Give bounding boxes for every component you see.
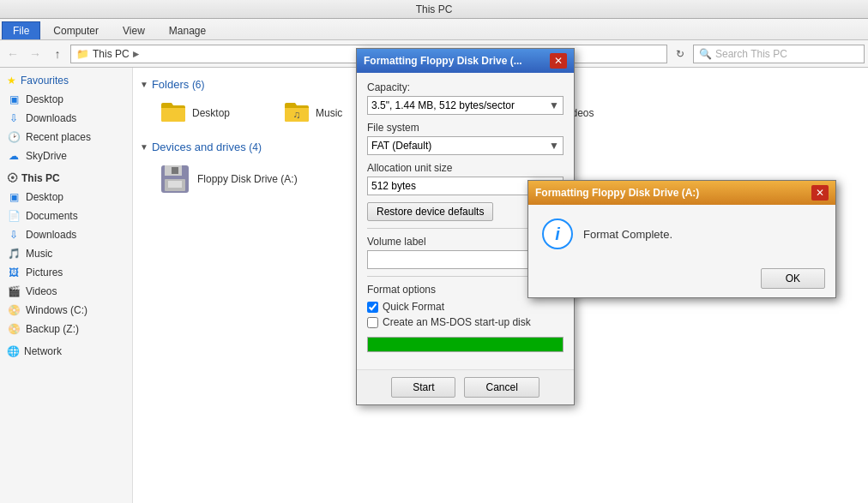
complete-dialog: Formatting Floppy Disk Drive (A:) ✕ i Fo…	[527, 180, 836, 298]
quick-format-checkbox[interactable]	[367, 302, 378, 313]
complete-dialog-close[interactable]: ✕	[811, 185, 829, 201]
format-progress-container	[367, 337, 564, 352]
capacity-select[interactable]: 3.5", 1.44 MB, 512 bytes/sector ▼	[367, 96, 564, 115]
filesystem-arrow: ▼	[549, 140, 559, 152]
complete-dialog-title-bar: Formatting Floppy Disk Drive (A:) ✕	[528, 181, 835, 205]
formatting-dialog-title: Formatting Floppy Disk Drive (...	[364, 55, 522, 67]
filesystem-group: File system FAT (Default) ▼	[367, 122, 564, 155]
format-progress-fill	[368, 338, 563, 351]
start-button[interactable]: Start	[391, 377, 455, 398]
filesystem-label: File system	[367, 122, 564, 134]
msdos-label: Create an MS-DOS start-up disk	[383, 316, 531, 328]
filesystem-value: FAT (Default)	[371, 140, 431, 152]
info-icon: i	[542, 219, 573, 249]
complete-dialog-body: i Format Complete.	[528, 205, 835, 263]
allocation-label: Allocation unit size	[367, 162, 564, 174]
complete-dialog-footer: OK	[528, 263, 835, 297]
quick-format-row: Quick Format	[367, 301, 564, 313]
cancel-button[interactable]: Cancel	[464, 377, 539, 398]
capacity-label: Capacity:	[367, 81, 564, 93]
msdos-row: Create an MS-DOS start-up disk	[367, 316, 564, 328]
capacity-arrow: ▼	[549, 99, 559, 111]
dialog-overlay: Formatting Floppy Disk Drive (... ✕ Capa…	[0, 0, 868, 503]
restore-defaults-button[interactable]: Restore device defaults	[367, 202, 493, 221]
msdos-checkbox[interactable]	[367, 317, 378, 328]
complete-message: Format Complete.	[583, 228, 672, 241]
ok-button[interactable]: OK	[761, 268, 825, 289]
capacity-value: 3.5", 1.44 MB, 512 bytes/sector	[371, 99, 515, 111]
filesystem-select[interactable]: FAT (Default) ▼	[367, 136, 564, 155]
allocation-value: 512 bytes	[371, 180, 416, 192]
complete-dialog-title: Formatting Floppy Disk Drive (A:)	[535, 187, 699, 199]
formatting-dialog-title-bar: Formatting Floppy Disk Drive (... ✕	[357, 49, 574, 73]
capacity-group: Capacity: 3.5", 1.44 MB, 512 bytes/secto…	[367, 81, 564, 115]
quick-format-label: Quick Format	[383, 301, 444, 313]
formatting-dialog-footer: Start Cancel	[357, 369, 574, 404]
formatting-dialog-close[interactable]: ✕	[550, 53, 567, 69]
